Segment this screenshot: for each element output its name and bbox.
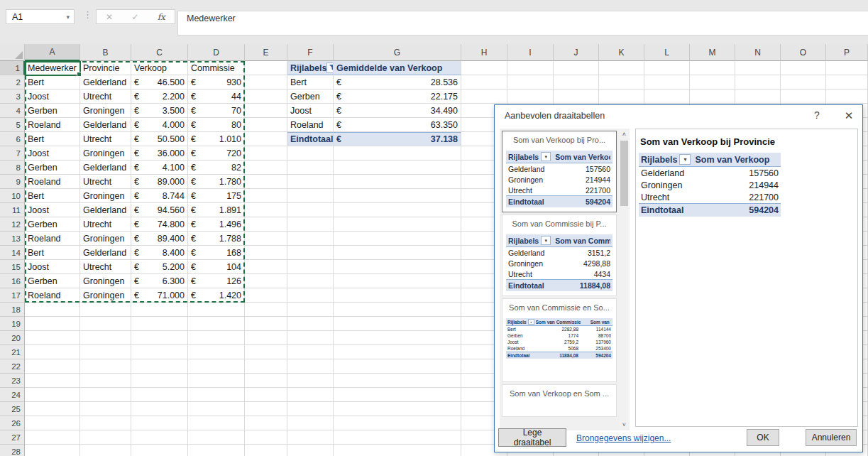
cell-J1[interactable] (554, 61, 599, 75)
cell-C7[interactable]: €36.000 (131, 146, 188, 161)
cell-E23[interactable] (245, 374, 287, 388)
row-header-28[interactable]: 28 (0, 445, 25, 456)
cell-E10[interactable] (245, 189, 287, 203)
cell-F23[interactable] (287, 374, 334, 388)
row-header-5[interactable]: 5 (0, 118, 25, 132)
cell-H3[interactable] (461, 89, 507, 104)
cell-B28[interactable] (80, 445, 131, 456)
cell-P3[interactable] (826, 89, 868, 104)
row-header-7[interactable]: 7 (0, 146, 25, 161)
cell-B27[interactable] (80, 430, 131, 445)
cell-O3[interactable] (781, 89, 826, 104)
column-header-J[interactable]: J (554, 44, 599, 61)
cell-E13[interactable] (245, 232, 287, 246)
cell-A26[interactable] (25, 416, 80, 430)
cell-E8[interactable] (245, 161, 287, 175)
cell-G24[interactable] (334, 388, 461, 402)
cell-D26[interactable] (188, 416, 245, 430)
column-header-D[interactable]: D (188, 44, 245, 61)
cell-B6[interactable]: Utrecht (80, 132, 131, 146)
cell-B5[interactable]: Gelderland (80, 118, 131, 132)
cell-F17[interactable] (287, 288, 334, 303)
ok-button[interactable]: OK (747, 429, 779, 446)
cell-C2[interactable]: €46.500 (131, 75, 188, 89)
cell-K1[interactable] (599, 61, 644, 75)
cell-F16[interactable] (287, 274, 334, 288)
column-header-P[interactable]: P (826, 44, 868, 61)
row-header-22[interactable]: 22 (0, 359, 25, 374)
cell-E20[interactable] (245, 331, 287, 345)
cell-G22[interactable] (334, 359, 461, 374)
cell-B21[interactable] (80, 345, 131, 359)
cancel-entry-icon[interactable]: ✕ (106, 12, 113, 22)
filter-icon[interactable] (326, 63, 334, 73)
cell-B17[interactable]: Groningen (80, 288, 131, 303)
cell-E18[interactable] (245, 303, 287, 317)
cell-G7[interactable] (334, 146, 461, 161)
cell-N3[interactable] (735, 89, 781, 104)
cell-A13[interactable]: Roeland (25, 232, 80, 246)
cell-C11[interactable]: €94.560 (131, 203, 188, 217)
cell-A2[interactable]: Bert (25, 75, 80, 89)
cell-B14[interactable]: Gelderland (80, 246, 131, 260)
cell-D5[interactable]: €80 (188, 118, 245, 132)
cell-D9[interactable]: €1.780 (188, 175, 245, 189)
row-header-20[interactable]: 20 (0, 331, 25, 345)
pivot-suggestion-commissie-en-verkoop[interactable]: Som van Commissie en So... Rijlabels▾Som… (502, 298, 617, 382)
cell-D27[interactable] (188, 430, 245, 445)
cell-G11[interactable] (334, 203, 461, 217)
cell-E22[interactable] (245, 359, 287, 374)
cell-A3[interactable]: Joost (25, 89, 80, 104)
cell-E28[interactable] (245, 445, 287, 456)
cell-G21[interactable] (334, 345, 461, 359)
dialog-titlebar[interactable]: Aanbevolen draaitabellen ? ✕ (495, 105, 862, 126)
column-header-M[interactable]: M (690, 44, 735, 61)
cell-B23[interactable] (80, 374, 131, 388)
cell-C23[interactable] (131, 374, 188, 388)
row-header-24[interactable]: 24 (0, 388, 25, 402)
cell-F25[interactable] (287, 402, 334, 416)
row-header-18[interactable]: 18 (0, 303, 25, 317)
column-header-I[interactable]: I (507, 44, 554, 61)
cell-D16[interactable]: €126 (188, 274, 245, 288)
blank-pivot-button[interactable]: Lege draaitabel (498, 428, 566, 447)
cell-B16[interactable]: Groningen (80, 274, 131, 288)
cell-A10[interactable]: Bert (25, 189, 80, 203)
cell-C19[interactable] (131, 317, 188, 331)
cell-F12[interactable] (287, 217, 334, 232)
cell-C17[interactable]: €71.000 (131, 288, 188, 303)
row-header-16[interactable]: 16 (0, 274, 25, 288)
cell-A8[interactable]: Gerben (25, 161, 80, 175)
cell-D20[interactable] (188, 331, 245, 345)
row-header-15[interactable]: 15 (0, 260, 25, 274)
cell-F24[interactable] (287, 388, 334, 402)
cell-F3[interactable]: Gerben (287, 89, 334, 104)
cell-D28[interactable] (188, 445, 245, 456)
cell-C3[interactable]: €2.200 (131, 89, 188, 104)
row-header-10[interactable]: 10 (0, 189, 25, 203)
cell-A25[interactable] (25, 402, 80, 416)
row-header-17[interactable]: 17 (0, 288, 25, 303)
cell-C13[interactable]: €89.400 (131, 232, 188, 246)
list-scrollbar[interactable]: ˄ ˅ (619, 129, 630, 430)
cell-G14[interactable] (334, 246, 461, 260)
cell-A18[interactable] (25, 303, 80, 317)
cell-C25[interactable] (131, 402, 188, 416)
cell-H1[interactable] (461, 61, 507, 75)
cell-C5[interactable]: €4.000 (131, 118, 188, 132)
cell-D21[interactable] (188, 345, 245, 359)
cell-F26[interactable] (287, 416, 334, 430)
cell-K3[interactable] (599, 89, 644, 104)
cell-G2[interactable]: €28.536 (334, 75, 461, 89)
cell-F18[interactable] (287, 303, 334, 317)
cell-P2[interactable] (826, 75, 868, 89)
cell-F6[interactable]: Eindtotaal (287, 132, 334, 146)
column-header-A[interactable]: A (25, 44, 80, 61)
insert-function-icon[interactable]: fx (158, 12, 165, 22)
cell-C6[interactable]: €50.500 (131, 132, 188, 146)
cell-M2[interactable] (690, 75, 735, 89)
column-header-G[interactable]: G (334, 44, 461, 61)
cell-E25[interactable] (245, 402, 287, 416)
cell-C27[interactable] (131, 430, 188, 445)
pivot-suggestion-commissie-provincie[interactable]: Som van Commissie bij P... Rijlabels▾Som… (502, 215, 617, 296)
